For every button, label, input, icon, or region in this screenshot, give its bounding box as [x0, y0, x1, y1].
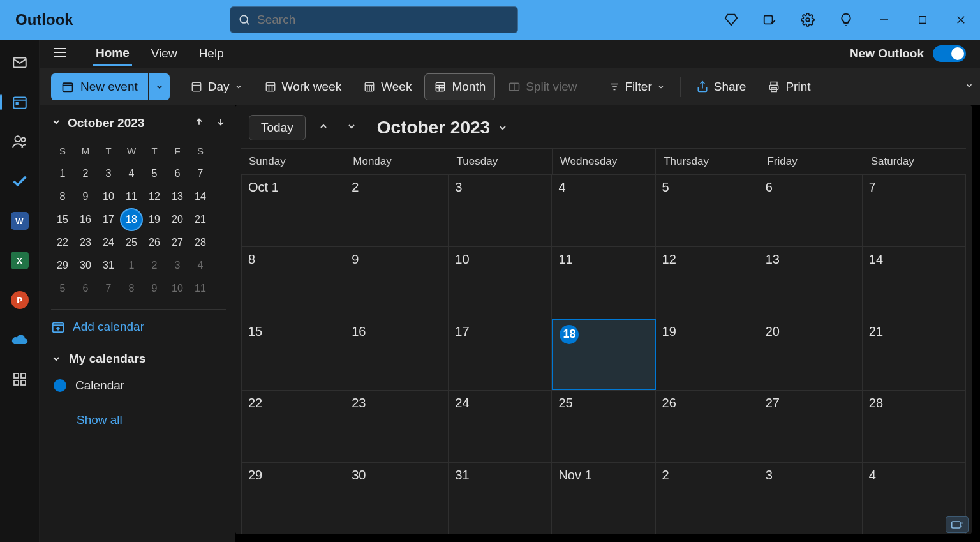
day-cell[interactable]: 14	[863, 246, 966, 319]
search-input[interactable]	[257, 13, 510, 27]
mini-day[interactable]: 15	[51, 208, 74, 231]
day-cell[interactable]: Oct 1	[242, 174, 345, 246]
day-cell[interactable]: 2	[656, 462, 759, 534]
mini-day[interactable]: 18	[120, 208, 143, 231]
rail-excel[interactable]: X	[7, 248, 33, 273]
rail-powerpoint[interactable]: P	[7, 287, 33, 313]
next-period-button[interactable]	[341, 121, 362, 135]
maximize-button[interactable]	[903, 0, 942, 40]
day-cell[interactable]: 23	[345, 390, 449, 462]
mini-day[interactable]: 28	[189, 231, 212, 254]
mini-day[interactable]: 21	[189, 208, 212, 231]
mini-day[interactable]: 19	[143, 208, 166, 231]
day-cell[interactable]: 24	[449, 390, 552, 462]
mini-day[interactable]: 27	[166, 231, 189, 254]
day-cell[interactable]: 9	[345, 246, 449, 319]
mini-day[interactable]: 25	[120, 231, 143, 254]
mini-day[interactable]: 17	[97, 208, 120, 231]
tab-help[interactable]: Help	[197, 43, 226, 64]
mini-day[interactable]: 11	[189, 277, 212, 300]
mini-next-month[interactable]	[216, 116, 226, 130]
filter-button[interactable]: Filter	[600, 73, 674, 100]
mini-day[interactable]: 1	[51, 162, 74, 185]
day-cell[interactable]: 8	[242, 246, 345, 319]
mini-day[interactable]: 6	[74, 277, 97, 300]
new-event-dropdown[interactable]	[149, 73, 170, 100]
mini-day[interactable]: 31	[97, 254, 120, 277]
day-cell[interactable]: 28	[863, 390, 966, 462]
day-cell[interactable]: 21	[863, 319, 966, 391]
mini-day[interactable]: 5	[143, 162, 166, 185]
settings-icon[interactable]	[789, 0, 827, 40]
close-button[interactable]	[942, 0, 980, 40]
mini-prev-month[interactable]	[194, 116, 204, 130]
day-cell[interactable]: 25	[552, 390, 655, 462]
toolbar-overflow[interactable]	[965, 81, 974, 93]
rail-people[interactable]	[7, 129, 33, 154]
mini-day[interactable]: 6	[166, 162, 189, 185]
mini-day[interactable]: 2	[143, 254, 166, 277]
day-cell[interactable]: 17	[449, 319, 552, 391]
mini-collapse-icon[interactable]	[51, 116, 61, 130]
mini-day[interactable]: 10	[97, 185, 120, 208]
mini-day[interactable]: 20	[166, 208, 189, 231]
day-cell[interactable]: 5	[656, 174, 759, 246]
tips-icon[interactable]	[827, 0, 865, 40]
prev-period-button[interactable]	[313, 121, 334, 135]
day-cell[interactable]: 7	[863, 174, 966, 246]
mini-day[interactable]: 22	[51, 231, 74, 254]
day-cell[interactable]: 22	[242, 390, 345, 462]
day-cell[interactable]: 26	[656, 390, 759, 462]
day-cell[interactable]: 12	[656, 246, 759, 319]
day-cell[interactable]: 11	[552, 246, 655, 319]
mini-day[interactable]: 10	[166, 277, 189, 300]
day-cell[interactable]: 15	[242, 319, 345, 391]
day-cell[interactable]: 16	[345, 319, 449, 391]
new-event-button[interactable]: New event	[51, 73, 148, 100]
mini-day[interactable]: 23	[74, 231, 97, 254]
day-cell[interactable]: 3	[449, 174, 552, 246]
mini-day[interactable]: 29	[51, 254, 74, 277]
day-cell[interactable]: 20	[759, 319, 863, 391]
mini-day[interactable]: 5	[51, 277, 74, 300]
mini-day[interactable]: 7	[189, 162, 212, 185]
mini-day[interactable]: 9	[74, 185, 97, 208]
day-cell[interactable]: 27	[759, 390, 863, 462]
print-button[interactable]: Print	[759, 73, 819, 100]
view-workweek-button[interactable]: Work week	[255, 73, 351, 100]
day-cell[interactable]: 3	[759, 462, 863, 534]
month-title-dropdown[interactable]: October 2023	[377, 117, 508, 138]
today-button[interactable]: Today	[249, 115, 306, 140]
rail-mail[interactable]	[7, 50, 33, 75]
show-all-link[interactable]: Show all	[51, 413, 226, 427]
mini-day[interactable]: 2	[74, 162, 97, 185]
day-cell[interactable]: 18	[552, 319, 655, 391]
day-cell[interactable]: 4	[552, 174, 655, 246]
view-month-button[interactable]: Month	[424, 73, 495, 100]
mini-day[interactable]: 11	[120, 185, 143, 208]
search-box[interactable]	[230, 6, 518, 33]
mini-day[interactable]: 8	[120, 277, 143, 300]
day-cell[interactable]: 30	[345, 462, 449, 534]
mini-day[interactable]: 24	[97, 231, 120, 254]
mini-day[interactable]: 26	[143, 231, 166, 254]
day-cell[interactable]: 29	[242, 462, 345, 534]
mini-day[interactable]: 7	[97, 277, 120, 300]
new-outlook-toggle[interactable]	[933, 45, 966, 62]
mini-day[interactable]: 8	[51, 185, 74, 208]
day-peek-icon[interactable]	[750, 0, 789, 40]
tab-home[interactable]: Home	[93, 42, 132, 66]
my-calendars-section[interactable]: My calendars	[51, 352, 226, 366]
rail-word[interactable]: W	[7, 208, 33, 234]
mini-day[interactable]: 3	[166, 254, 189, 277]
rail-calendar[interactable]	[7, 89, 33, 115]
rail-more-apps[interactable]	[7, 366, 33, 392]
nav-toggle-icon[interactable]	[52, 45, 70, 63]
mini-day[interactable]: 1	[120, 254, 143, 277]
mini-day[interactable]: 4	[120, 162, 143, 185]
share-button[interactable]: Share	[687, 73, 755, 100]
calendar-list-item[interactable]: Calendar	[51, 379, 226, 393]
day-cell[interactable]: 6	[759, 174, 863, 246]
add-calendar-button[interactable]: Add calendar	[51, 320, 226, 334]
day-cell[interactable]: 19	[656, 319, 759, 391]
